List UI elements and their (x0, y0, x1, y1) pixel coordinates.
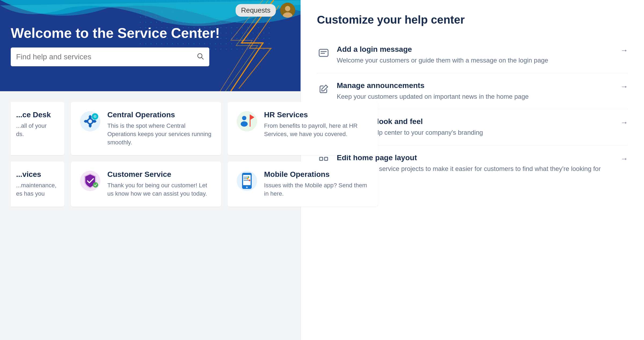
it-services-desc: ...maintenance,es has you (16, 181, 56, 198)
mobile-operations-title: Mobile Operations (264, 170, 369, 179)
service-desk-desc: ...all of yourds. (16, 122, 51, 138)
central-operations-icon: ⚙ (79, 111, 101, 132)
nav-bar: Requests (236, 3, 295, 18)
login-message-content: Add a login message Welcome your custome… (337, 45, 614, 65)
customer-service-card[interactable]: Customer Service Thank you for being our… (71, 162, 221, 207)
central-operations-card[interactable]: ⚙ Central Operations This is the spot wh… (71, 102, 221, 155)
hero-title: Welcome to the Service Center! (11, 25, 290, 41)
search-bar (11, 47, 209, 66)
service-desk-title: ...ce Desk (16, 111, 51, 119)
announcements-icon (317, 82, 330, 96)
hr-services-icon (236, 111, 258, 132)
svg-point-9 (88, 119, 92, 123)
avatar[interactable] (280, 3, 295, 18)
it-services-card[interactable]: ...vices ...maintenance,es has you (11, 162, 64, 207)
customer-service-title: Customer Service (107, 170, 213, 179)
home-layout-desc: Organize your service projects to make i… (337, 164, 614, 173)
svg-line-6 (202, 57, 203, 59)
svg-point-26 (93, 182, 98, 188)
hr-services-desc: From benefits to payroll, here at HR Ser… (264, 122, 369, 138)
login-message-item[interactable]: Add a login message Welcome your custome… (317, 37, 628, 73)
mobile-operations-desc: Issues with the Mobile app? Send them in… (264, 181, 369, 198)
central-operations-title: Central Operations (107, 111, 213, 119)
svg-rect-37 (319, 49, 328, 57)
service-desk-card[interactable]: ...ce Desk ...all of yourds. (11, 102, 64, 155)
search-icon (196, 52, 204, 62)
look-feel-content: Customize look and feel Match your help … (337, 117, 614, 137)
svg-rect-39 (324, 157, 328, 160)
customer-service-desc: Thank you for being our customer! Let us… (107, 181, 213, 198)
search-input[interactable] (16, 53, 196, 61)
svg-point-22 (241, 121, 248, 127)
svg-text:⚙: ⚙ (93, 114, 97, 119)
announcements-arrow: → (620, 82, 628, 91)
svg-rect-38 (320, 157, 323, 160)
look-feel-arrow: → (620, 118, 628, 127)
mobile-operations-card[interactable]: Mobile Operations Issues with the Mobile… (228, 162, 378, 207)
login-message-title: Add a login message (337, 45, 614, 54)
svg-point-3 (285, 6, 290, 11)
main-area: Requests Welcome to the Service Center! (0, 0, 301, 340)
announcements-title: Manage announcements (337, 81, 614, 90)
central-operations-desc: This is the spot where Central Operation… (107, 122, 213, 147)
cards-area: ...ce Desk ...all of yourds. (0, 91, 301, 340)
hr-services-card[interactable]: HR Services From benefits to payroll, he… (228, 102, 378, 155)
requests-button[interactable]: Requests (236, 4, 276, 17)
look-feel-title: Customize look and feel (337, 117, 614, 126)
svg-point-34 (249, 180, 250, 181)
svg-point-30 (246, 187, 248, 188)
hr-services-title: HR Services (264, 111, 369, 119)
login-message-arrow: → (620, 46, 628, 55)
customer-service-icon (79, 170, 101, 192)
login-message-icon (317, 46, 330, 60)
svg-point-20 (237, 111, 257, 131)
it-services-title: ...vices (16, 170, 56, 179)
look-feel-desc: Match your help center to your company's… (337, 128, 614, 137)
svg-point-36 (248, 176, 249, 178)
announcements-content: Manage announcements Keep your customers… (337, 81, 614, 101)
home-layout-arrow: → (620, 155, 628, 163)
svg-point-21 (242, 116, 246, 120)
announcements-desc: Keep your customers updated on important… (337, 92, 614, 101)
login-message-desc: Welcome your customers or guide them wit… (337, 56, 614, 65)
hero-section: Requests Welcome to the Service Center! (0, 0, 301, 91)
panel-title: Customize your help center (317, 13, 628, 26)
mobile-operations-icon (236, 170, 258, 192)
home-layout-content: Edit home page layout Organize your serv… (337, 153, 614, 173)
home-layout-title: Edit home page layout (337, 153, 614, 162)
svg-point-35 (247, 178, 248, 180)
